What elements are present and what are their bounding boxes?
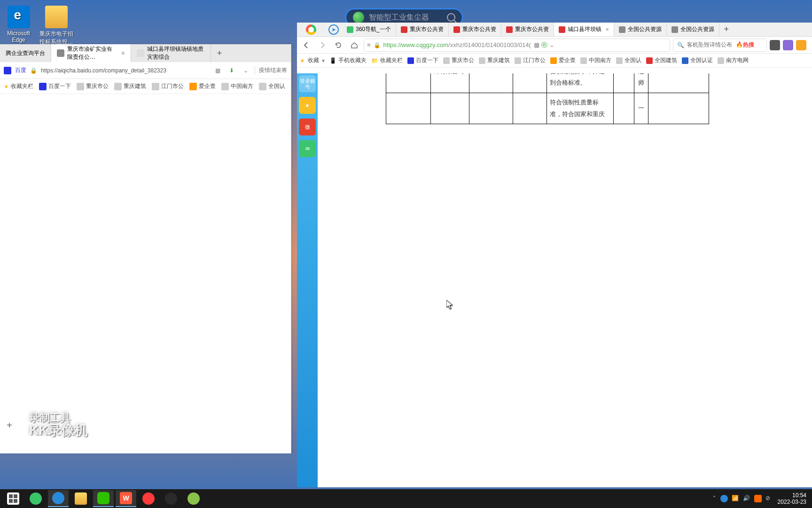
tray-icon[interactable] (720, 495, 728, 502)
bookmark-item[interactable]: 南方电网 (718, 56, 749, 64)
ie-icon (52, 492, 64, 504)
cell-quality: 符合强制性质量标准，符合国家和重庆市现行有关施工质量验收规范要求，并达到合格标准… (547, 73, 614, 93)
tray-expand-icon[interactable]: ˄ (713, 495, 716, 502)
bookmark-item[interactable]: 重庆市公 (443, 56, 474, 64)
taskbar-app-wps[interactable]: W (116, 490, 136, 507)
cell-duration: 300日历天 (513, 73, 547, 93)
edge-tabstrip: 腾企业查询平台 重庆市渝矿实业有限责任公… × 城口县坪坝镇场镇地质灾害综合 + (0, 44, 291, 62)
bookmark-item[interactable]: 爱企查 (550, 56, 576, 64)
taskbar-app-ie[interactable] (48, 490, 69, 507)
bookmark-item[interactable]: 📁收藏夹栏 (371, 56, 403, 64)
side-panel-label[interactable]: 疫情结束将 (259, 66, 287, 74)
baidu-icon (4, 67, 11, 74)
bookmark-item[interactable]: 中国南方 (580, 56, 611, 64)
scissors-icon[interactable] (770, 40, 780, 50)
block-icon[interactable]: ⊘ (765, 495, 773, 502)
browser360-sidebar: 登录账号 ★ 微 ✉ (297, 73, 318, 487)
taskbar-app[interactable] (25, 490, 46, 507)
bookmark-item[interactable]: 重庆建筑 (479, 56, 510, 64)
address-bar[interactable]: ≡ 🔒 https://www.cqggzy.com/xxhz/014001/0… (364, 39, 670, 52)
sidebar-favorites[interactable]: ★ (299, 97, 316, 114)
extension-icon[interactable]: ⬇ (226, 65, 237, 76)
browser-tab[interactable]: 重庆市公共资 (396, 23, 449, 36)
close-icon[interactable]: × (121, 49, 125, 57)
taskbar-app-wechat[interactable] (93, 490, 114, 507)
bookmark-item[interactable]: 百度一下 (407, 56, 438, 64)
hot-search-badge[interactable]: 🔥热搜 (736, 41, 754, 49)
new-tab-button[interactable]: + (719, 23, 734, 36)
taskbar-tray: ˄ 📶 🔊 ⊘ 10:54 2022-03-23 (713, 492, 809, 506)
taskbar-app[interactable] (138, 490, 159, 507)
chevron-down-icon[interactable]: ⌄ (241, 65, 251, 76)
bookmark-item[interactable]: ★收藏夹栏 (4, 82, 33, 90)
tab-title: 重庆市公共资 (462, 25, 496, 33)
desktop-icon-edge[interactable]: Microsoft Edge (1, 6, 36, 43)
bookmark-label: 收藏夹栏 (380, 56, 403, 64)
reload-button[interactable] (332, 39, 345, 52)
forward-button[interactable] (316, 39, 329, 52)
taskbar-app[interactable] (161, 490, 181, 507)
bookmark-label: 重庆市公 (452, 56, 474, 64)
start-button[interactable] (3, 490, 23, 507)
bookmark-item[interactable]: 百度一下 (39, 82, 71, 90)
taskbar-clock[interactable]: 10:54 2022-03-23 (778, 492, 809, 506)
vertical-add-button[interactable]: + (4, 420, 15, 431)
browser360-logo[interactable] (297, 23, 325, 36)
bookmark-item[interactable]: 全国认 (259, 82, 285, 90)
edge-address-bar: 百度 🔒 https://aiqicha.baidu.com/company_d… (0, 62, 291, 79)
search-icon: 🔍 (677, 42, 684, 48)
bookmark-item[interactable]: 全国建筑 (646, 56, 677, 64)
url-text[interactable]: https://aiqicha.baidu.com/company_detail… (41, 67, 209, 74)
browser-tab[interactable]: 重庆市公共资 (501, 23, 554, 36)
new-tab-button[interactable]: + (211, 44, 228, 62)
bookmark-item[interactable]: 爱企查 (189, 82, 216, 90)
edge-tab-active[interactable]: 重庆市渝矿实业有限责任公… × (51, 44, 131, 62)
favicon-icon (57, 49, 64, 57)
clock-date: 2022-03-23 (778, 499, 806, 505)
clock-time: 10:54 (778, 492, 806, 499)
bookmark-item[interactable]: 全国认证 (682, 56, 713, 64)
wifi-icon[interactable]: 📶 (732, 495, 739, 502)
bookmark-label: 江门市公 (523, 56, 546, 64)
speed-icon[interactable]: ⓔ (541, 41, 547, 49)
browser-tab-active[interactable]: 城口县坪坝镇× (554, 23, 614, 36)
translate-icon[interactable] (783, 40, 793, 50)
edge-tab[interactable]: 城口县坪坝镇场镇地质灾害综合 (131, 44, 211, 62)
sidebar-weibo[interactable]: 微 (299, 119, 316, 135)
bookmark-item[interactable]: 重庆建筑 (114, 82, 146, 90)
tab-title: 城口县坪坝镇 (568, 25, 601, 33)
page-content[interactable]: 第一名 重庆市基础工程有限公司 10248960.48 300日历天 制性质量标… (318, 73, 812, 487)
chevron-down-icon[interactable]: ⌄ (549, 41, 554, 48)
tray-icon[interactable] (754, 495, 762, 502)
taskbar-app[interactable] (183, 490, 204, 507)
shield-icon[interactable] (796, 40, 806, 50)
browser-tab[interactable]: 全国公共资源 (614, 23, 667, 36)
back-button[interactable] (300, 39, 313, 52)
bookmark-item[interactable]: 江门市公 (515, 56, 546, 64)
nav-compass[interactable]: ➤ (325, 23, 342, 36)
menu-icon: ≡ (367, 41, 371, 48)
sidebar-login[interactable]: 登录账号 (299, 75, 316, 92)
cell-cert: 渝1502020202101012 (648, 73, 709, 93)
browser-tab[interactable]: 全国公共资源 (667, 23, 719, 36)
watermark: 录制工具 KK录像机 (29, 412, 87, 438)
bookmark-item[interactable]: 📱手机收藏夹 (329, 56, 367, 64)
edge-tab[interactable]: 腾企业查询平台 (0, 44, 51, 62)
bookmark-fav[interactable]: ★收藏▾ (300, 56, 325, 64)
bookmark-item[interactable]: 中国南方 (221, 82, 253, 90)
browser-tab[interactable]: 360导航_一个 (342, 23, 396, 36)
qr-icon[interactable]: ▦ (534, 41, 539, 48)
home-button[interactable] (348, 39, 361, 52)
bookmark-item[interactable]: 全国认 (616, 56, 641, 64)
sidebar-mail[interactable]: ✉ (299, 140, 316, 157)
desktop-icon-folder[interactable]: 重庆市电子招投标系统投… (39, 6, 74, 46)
qr-icon[interactable]: ▦ (212, 65, 223, 76)
search-box[interactable]: 🔍 客机坠毁详情公布 🔥热搜 (673, 39, 767, 52)
taskbar-app-explorer[interactable] (70, 490, 91, 507)
browser-tab[interactable]: 重庆市公共资 (449, 23, 501, 36)
search-placeholder: 客机坠毁详情公布 (687, 41, 732, 49)
bookmark-item[interactable]: 江门市公 (152, 82, 184, 90)
bookmark-item[interactable]: 重庆市公 (77, 82, 109, 90)
volume-icon[interactable]: 🔊 (743, 495, 750, 502)
close-icon[interactable]: × (606, 26, 609, 33)
